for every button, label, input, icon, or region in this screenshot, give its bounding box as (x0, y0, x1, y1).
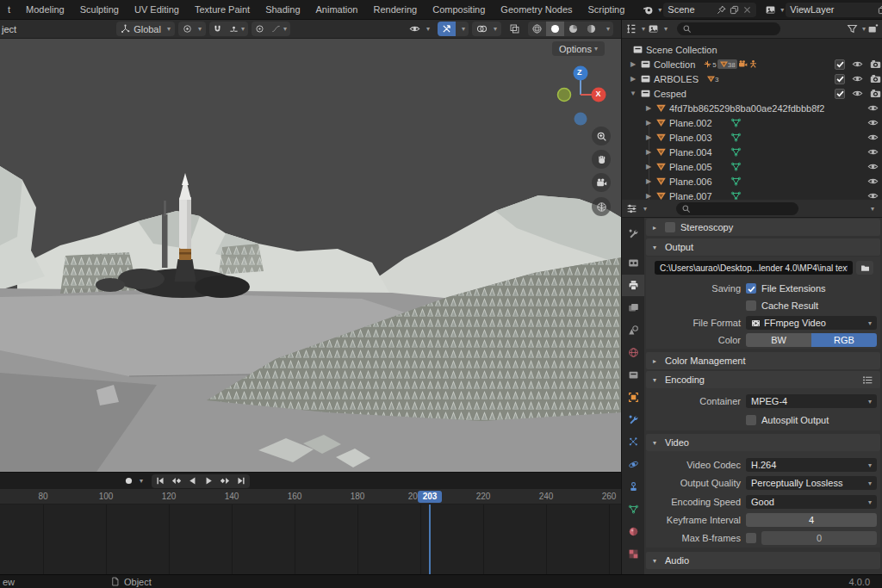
panel-encoding[interactable]: ▾ Encoding (646, 371, 880, 388)
workspace-tab-modeling[interactable]: Modeling (18, 0, 72, 20)
workspace-tab-animation[interactable]: Animation (308, 0, 366, 20)
outliner-row-collection[interactable]: ▶ Collection 5 38 (622, 57, 882, 71)
previous-keyframe-button[interactable] (168, 474, 184, 488)
snap-settings-dropdown[interactable]: ▾ (226, 22, 248, 36)
panel-divider[interactable] (621, 20, 622, 574)
expand-arrow-icon[interactable]: ▶ (644, 177, 653, 185)
tab-material[interactable] (622, 521, 644, 542)
outliner-editor-type-icon[interactable] (625, 23, 637, 34)
disable-render-camera-icon[interactable] (870, 59, 881, 70)
close-icon[interactable] (742, 5, 752, 15)
collapse-arrow-icon[interactable]: ▼ (629, 90, 637, 97)
expand-arrow-icon[interactable]: ▶ (629, 60, 637, 68)
duplicate-view-layer-icon[interactable] (878, 5, 882, 15)
tab-physics[interactable] (622, 454, 644, 475)
snap-toggle[interactable] (209, 22, 226, 36)
workspace-tab-partial[interactable]: t (0, 0, 18, 20)
proportional-editing-toggle[interactable] (252, 22, 268, 36)
autosplit-output-checkbox[interactable] (746, 415, 756, 425)
expand-arrow-icon[interactable]: ▶ (644, 148, 653, 156)
hide-eye-icon[interactable] (867, 132, 879, 143)
outliner-row-object[interactable]: ▶ Plane.006 (622, 174, 882, 189)
expand-arrow-icon[interactable]: ▶ (644, 133, 653, 141)
properties-editor-type-icon[interactable] (626, 203, 637, 214)
duplicate-scene-icon[interactable] (730, 5, 739, 15)
collection-checkbox[interactable] (835, 89, 845, 99)
stereoscopy-checkbox[interactable] (665, 222, 675, 232)
jump-to-end-button[interactable] (233, 474, 250, 488)
tab-collection[interactable] (622, 364, 644, 386)
hide-eye-icon[interactable] (852, 73, 863, 84)
outliner-row-object[interactable]: ▶ Plane.005 (622, 159, 882, 174)
disable-render-camera-icon[interactable] (870, 73, 881, 84)
xray-toggle[interactable] (505, 22, 525, 36)
outliner-row-object[interactable]: ▶ Plane.002 (622, 115, 882, 130)
tab-view-layer[interactable] (622, 297, 644, 319)
pivot-point-dropdown[interactable]: ▾ (178, 22, 206, 36)
workspace-tab-rendering[interactable]: Rendering (365, 0, 425, 20)
play-reverse-button[interactable] (184, 474, 201, 488)
tab-texture[interactable] (622, 543, 644, 565)
next-keyframe-button[interactable] (217, 474, 233, 488)
transform-orientation-dropdown[interactable]: Global ▾ (116, 22, 175, 36)
3d-viewport[interactable]: Options ▾ Z X (0, 39, 622, 472)
view-layer-selector[interactable]: ▾ ViewLayer (765, 3, 882, 17)
tab-modifiers[interactable] (622, 409, 644, 430)
outliner-row-object[interactable]: ▶ 4fd7bb862529b8ba00ae242fdbbb8f2 (622, 101, 882, 115)
filter-icon[interactable] (847, 23, 858, 34)
workspace-tab-sculpting[interactable]: Sculpting (72, 0, 127, 20)
workspace-tab-compositing[interactable]: Compositing (425, 0, 493, 20)
navigation-gizmo[interactable]: Z X (551, 63, 616, 132)
playhead-line[interactable] (429, 504, 431, 574)
file-extensions-checkbox[interactable] (746, 283, 756, 294)
scene-selector[interactable]: ▾ Scene (643, 3, 756, 17)
mode-dropdown-partial[interactable]: ject (2, 24, 16, 34)
show-gizmo-toggle[interactable] (438, 22, 456, 36)
panel-audio[interactable]: ▾ Audio (646, 552, 880, 569)
outliner-row-object[interactable]: ▶ Plane.003 (622, 130, 882, 145)
overlays-dropdown[interactable]: ▾ (472, 22, 501, 36)
view-layer-name-field[interactable]: ViewLayer (786, 3, 882, 17)
file-format-dropdown[interactable]: FFmpeg Video ▾ (746, 316, 877, 330)
chevron-down-icon[interactable]: ▾ (871, 205, 874, 213)
hide-eye-icon[interactable] (867, 117, 879, 128)
shading-wireframe-button[interactable] (528, 22, 546, 36)
outliner-search-input[interactable] (677, 22, 780, 35)
color-rgb-button[interactable]: RGB (811, 333, 877, 347)
tab-tool[interactable] (622, 223, 644, 244)
expand-arrow-icon[interactable]: ▶ (644, 119, 653, 127)
outliner-row-arboles[interactable]: ▶ ARBOLES 3 (622, 71, 882, 86)
auto-keying-record-button[interactable] (121, 474, 137, 488)
workspace-tab-geometry-nodes[interactable]: Geometry Nodes (493, 0, 580, 20)
hide-eye-icon[interactable] (867, 176, 879, 187)
outliner-row-object[interactable]: ▶ Plane.007 (622, 189, 882, 200)
encoding-speed-dropdown[interactable]: Good ▾ (746, 495, 877, 509)
chevron-down-icon[interactable]: ▾ (140, 477, 143, 485)
shading-settings-dropdown[interactable]: ▾ (600, 22, 613, 36)
play-button[interactable] (201, 474, 217, 488)
keyframe-interval-slider[interactable]: 4 (746, 513, 877, 527)
collection-checkbox[interactable] (835, 74, 845, 84)
expand-arrow-icon[interactable]: ▶ (629, 75, 637, 83)
display-mode-icon[interactable] (648, 23, 659, 34)
shading-solid-button[interactable] (546, 22, 564, 36)
options-dropdown[interactable]: Options ▾ (552, 41, 605, 56)
gizmo-settings-dropdown[interactable]: ▾ (456, 22, 469, 36)
workspace-tab-scripting[interactable]: Scripting (581, 0, 633, 20)
tab-output[interactable] (622, 275, 644, 296)
panel-stereoscopy[interactable]: ▸ Stereoscopy (646, 219, 880, 236)
workspace-tab-uv-editing[interactable]: UV Editing (127, 0, 187, 20)
tab-scene[interactable] (622, 319, 644, 341)
pin-icon[interactable] (717, 5, 726, 15)
expand-arrow-icon[interactable]: ▶ (644, 163, 653, 170)
timeline-ruler[interactable]: 80 100 120 140 160 180 200 220 240 260 2… (0, 489, 622, 504)
container-dropdown[interactable]: MPEG-4 ▾ (746, 394, 877, 408)
jump-to-start-button[interactable] (152, 474, 168, 488)
scene-name-field[interactable]: Scene (663, 3, 756, 17)
timeline-tracks[interactable] (0, 504, 622, 574)
tab-render[interactable] (622, 252, 644, 274)
hide-eye-icon[interactable] (852, 88, 863, 99)
panel-color-management[interactable]: ▸ Color Management (646, 352, 880, 369)
outliner-row-cesped[interactable]: ▼ Cesped (622, 86, 882, 101)
tab-particles[interactable] (622, 431, 644, 453)
